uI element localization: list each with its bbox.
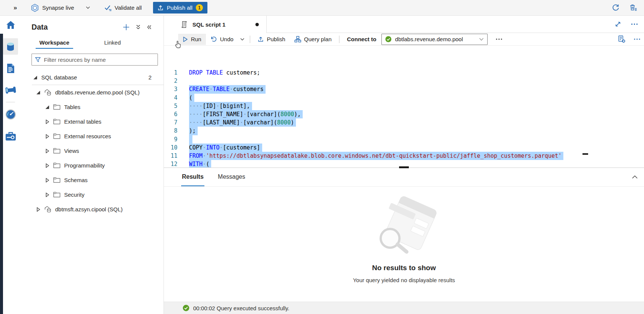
code-line[interactable]: 2 <box>164 77 644 85</box>
tree-item[interactable]: Security <box>18 187 164 202</box>
validate-all-button[interactable]: Validate all <box>104 4 142 11</box>
run-label: Run <box>191 36 201 42</box>
tab-linked[interactable]: Linked <box>101 37 125 49</box>
tree-item-count: 2 <box>149 74 152 81</box>
run-button[interactable]: Run <box>178 34 206 45</box>
tab-more-icon[interactable] <box>631 23 638 25</box>
undo-icon <box>210 36 217 42</box>
filter-box <box>32 54 158 66</box>
home-icon <box>6 20 16 30</box>
expanded-twistie-icon[interactable] <box>45 105 50 109</box>
left-nav-rail <box>0 16 18 314</box>
connect-to-dropdown[interactable]: dbtlabs.revenue.demo.pool <box>381 34 488 45</box>
undo-button[interactable]: Undo <box>206 34 238 45</box>
expand-toolbar-chevrons[interactable]: » <box>14 4 17 12</box>
tree-item-label: Schemas <box>64 177 88 183</box>
sql-code-editor[interactable]: 1DROP TABLE customers;23CREATE·TABLE·cus… <box>164 46 644 167</box>
mode-selector[interactable]: Synapse live <box>31 4 90 12</box>
code-line[interactable]: 3CREATE·TABLE·customers <box>164 85 644 93</box>
code-line-text: COPY·INTO·[customers] <box>189 144 262 152</box>
nav-manage[interactable] <box>3 128 18 144</box>
collapsed-twistie-icon[interactable] <box>45 178 50 182</box>
trash-icon[interactable] <box>629 4 637 12</box>
nav-develop[interactable] <box>3 60 18 76</box>
rail-divider <box>6 102 15 102</box>
collapsed-twistie-icon[interactable] <box>45 134 50 139</box>
code-line-text: CREATE·TABLE·customers <box>189 85 266 93</box>
collapse-results-icon[interactable] <box>632 175 638 179</box>
collapsed-twistie-icon[interactable] <box>36 207 41 212</box>
editor-toolbar: Run Undo Publish Query plan <box>164 33 644 46</box>
code-line[interactable]: 7····[LAST_NAME]·[varchar](8000) <box>164 118 644 127</box>
results-tabs: Results Messages <box>164 168 644 187</box>
code-line[interactable]: 8); <box>164 127 644 135</box>
code-line[interactable]: 6····[FIRST_NAME]·[varchar](8000), <box>164 110 644 118</box>
validate-all-label: Validate all <box>115 4 142 11</box>
publish-button[interactable]: Publish <box>253 34 290 45</box>
no-results-illustration <box>368 194 440 259</box>
code-line[interactable]: 10COPY·INTO·[customers] <box>164 144 644 152</box>
publish-label: Publish <box>267 36 285 42</box>
code-line[interactable]: 5····[ID]·[bigint], <box>164 102 644 110</box>
script-properties-icon[interactable] <box>618 35 626 43</box>
tab-sql-script-1[interactable]: SQL script 1 <box>164 16 267 33</box>
code-line[interactable]: 4( <box>164 94 644 102</box>
code-line-text: ····[FIRST_NAME]·[varchar](8000), <box>189 110 303 118</box>
pipeline-icon <box>5 86 16 94</box>
tab-results[interactable]: Results <box>181 168 204 186</box>
collapsed-twistie-icon[interactable] <box>45 149 50 153</box>
line-number: 6 <box>164 110 177 118</box>
tree-item[interactable]: dbtlabs.revenue.demo.pool (SQL) <box>18 85 164 100</box>
undo-dropdown-chevron[interactable] <box>238 34 247 45</box>
nav-home[interactable] <box>3 16 18 33</box>
code-line[interactable]: 11FROM·'https://dbtlabsynapsedatalake.bl… <box>164 152 644 160</box>
line-number: 3 <box>164 85 177 93</box>
code-line[interactable]: 9 <box>164 135 644 144</box>
collapse-panel-icon[interactable] <box>147 25 152 30</box>
tree-item[interactable]: Schemas <box>18 173 164 187</box>
tree-item-label: dbtmsft.azsyn.cipool (SQL) <box>55 206 123 212</box>
run-play-icon <box>183 36 188 42</box>
collapsed-twistie-icon[interactable] <box>45 120 50 124</box>
tree-item[interactable]: Tables <box>18 100 164 114</box>
pane-resize-handle[interactable] <box>399 166 409 168</box>
tree-item[interactable]: Views <box>18 144 164 158</box>
publish-icon <box>258 36 264 42</box>
nav-data[interactable] <box>3 38 18 55</box>
tree-item-label: External tables <box>64 118 101 125</box>
tree-item[interactable]: dbtmsft.azsyn.cipool (SQL) <box>18 202 164 217</box>
tree-item-label: dbtlabs.revenue.demo.pool (SQL) <box>55 89 140 96</box>
collapsed-twistie-icon[interactable] <box>45 193 50 197</box>
tree-item[interactable]: External resources <box>18 129 164 144</box>
expanded-twistie-icon[interactable] <box>33 75 38 80</box>
line-number: 2 <box>164 77 177 85</box>
filter-input[interactable] <box>44 57 155 63</box>
tree-item[interactable]: External tables <box>18 114 164 129</box>
tab-messages[interactable]: Messages <box>217 168 246 186</box>
expand-editor-icon[interactable] <box>615 21 621 27</box>
collapsed-twistie-icon[interactable] <box>45 163 50 168</box>
query-plan-icon <box>294 36 301 42</box>
query-plan-label: Query plan <box>304 36 332 42</box>
editor-more-icon[interactable] <box>634 38 640 40</box>
toolbar-more-icon[interactable] <box>496 38 502 40</box>
publish-all-button[interactable]: Publish all 1 <box>153 2 207 13</box>
code-line-text <box>189 135 192 144</box>
expanded-twistie-icon[interactable] <box>36 90 41 95</box>
tree-item[interactable]: SQL database2 <box>18 70 164 85</box>
collapse-all-icon[interactable] <box>136 24 141 30</box>
folder-icon <box>53 119 60 124</box>
nav-monitor[interactable] <box>3 106 18 123</box>
tree-item[interactable]: Programmability <box>18 158 164 173</box>
code-line[interactable]: 1DROP TABLE customers; <box>164 69 644 77</box>
status-text: 00:00:02 Query executed successfully. <box>193 305 290 311</box>
query-plan-button[interactable]: Query plan <box>290 34 336 45</box>
chevron-down-icon <box>479 38 484 41</box>
refresh-icon[interactable] <box>612 4 620 12</box>
nav-integrate[interactable] <box>3 82 18 98</box>
undo-label: Undo <box>220 36 234 42</box>
tab-workspace[interactable]: Workspace <box>36 37 73 49</box>
add-resource-icon[interactable] <box>123 24 130 31</box>
pool-status-check-icon <box>385 36 392 42</box>
folder-icon <box>53 148 60 154</box>
